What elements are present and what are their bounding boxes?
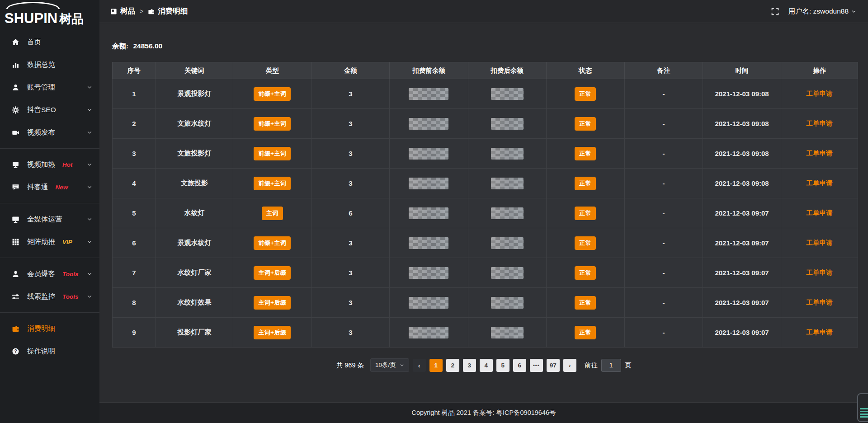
type-badge: 主词+后缀 [254, 296, 291, 310]
cell-index: 2 [113, 109, 156, 139]
sidebar-divider [0, 312, 99, 313]
cell-amount: 3 [311, 79, 390, 109]
work-order-link[interactable]: 工单申请 [807, 239, 833, 246]
cell-balance-before [390, 258, 468, 288]
cell-balance-before [390, 139, 468, 169]
sidebar-item-badge: Hot [62, 161, 73, 168]
cell-amount: 6 [311, 198, 390, 228]
floating-widget[interactable] [857, 393, 868, 422]
cell-keyword: 文旅水纹灯 [156, 109, 233, 139]
page-button-1[interactable]: 1 [429, 359, 443, 372]
work-order-link[interactable]: 工单申请 [807, 299, 833, 306]
pagination-next-button[interactable]: › [563, 359, 576, 372]
blurred-balance-before [409, 237, 448, 249]
sidebar-item-home[interactable]: 首页 [0, 31, 99, 53]
blurred-balance-after [491, 88, 524, 100]
work-order-link[interactable]: 工单申请 [807, 120, 833, 127]
cell-remark: - [624, 258, 703, 288]
user-icon [12, 83, 21, 91]
cell-action: 工单申请 [781, 169, 858, 198]
blurred-balance-after [491, 207, 524, 219]
cell-remark: - [624, 228, 703, 258]
balance-label: 余额: [112, 42, 128, 50]
question-icon: ? [12, 347, 21, 355]
sidebar-item-label: 首页 [27, 38, 41, 47]
page-button-97[interactable]: 97 [547, 359, 560, 372]
sidebar-item-sliders[interactable]: 线索监控Tools [0, 285, 99, 308]
work-order-link[interactable]: 工单申请 [807, 209, 833, 216]
sidebar-item-heat-monitor[interactable]: 视频加热Hot [0, 153, 99, 176]
logo-text-en: SHUPIN [5, 11, 57, 25]
fullscreen-icon[interactable] [771, 8, 779, 15]
cell-type: 主词 [233, 198, 311, 228]
sidebar-item-chat[interactable]: 抖客通New [0, 176, 99, 198]
cell-index: 4 [113, 169, 156, 198]
wallet-icon [12, 324, 21, 333]
type-badge: 前缀+主词 [254, 147, 291, 160]
topbar-right: 用户名: zswodun88 [771, 7, 856, 16]
cell-index: 6 [113, 228, 156, 258]
cell-time: 2021-12-03 09:08 [703, 169, 781, 198]
cell-amount: 3 [311, 139, 390, 169]
cell-action: 工单申请 [781, 79, 858, 109]
work-order-link[interactable]: 工单申请 [807, 329, 833, 336]
cell-remark: - [624, 79, 703, 109]
brand-logo[interactable]: SHUPIN 树品 [0, 0, 99, 29]
breadcrumb-root[interactable]: 树品 [110, 6, 135, 16]
sidebar-item-monitor[interactable]: 全媒体运营 [0, 208, 99, 230]
sidebar-item-bar-chart[interactable]: 数据总览 [0, 53, 99, 76]
sidebar-item-label: 视频加热 [27, 160, 55, 169]
blurred-balance-before [409, 118, 448, 130]
sidebar-item-label: 消费明细 [27, 324, 55, 334]
page-button-3[interactable]: 3 [463, 359, 476, 372]
work-order-link[interactable]: 工单申请 [807, 179, 833, 187]
table-row: 1景观投影灯前缀+主词3正常-2021-12-03 09:08工单申请 [113, 79, 858, 109]
sidebar-item-label: 数据总览 [27, 60, 55, 70]
sidebar-divider [0, 203, 99, 203]
blurred-balance-after [491, 178, 524, 189]
sidebar-item-grid[interactable]: 矩阵助推VIP [0, 230, 99, 253]
status-badge: 正常 [575, 296, 596, 310]
work-order-link[interactable]: 工单申请 [807, 90, 833, 97]
user-menu[interactable]: 用户名: zswodun88 [788, 7, 856, 16]
page-button-2[interactable]: 2 [446, 359, 459, 372]
chevron-down-icon [87, 216, 92, 222]
cell-status: 正常 [546, 258, 624, 288]
goto-page-input[interactable] [601, 359, 621, 372]
cell-type: 主词+后缀 [233, 288, 311, 318]
goto-label: 前往 [585, 361, 598, 370]
pagination-prev-button[interactable]: ‹ [413, 359, 426, 372]
sidebar-item-question[interactable]: ?操作说明 [0, 340, 99, 362]
sidebar-item-member[interactable]: 会员爆客Tools [0, 263, 99, 285]
cell-keyword: 水纹灯 [156, 198, 233, 228]
chevron-down-icon [87, 184, 92, 190]
work-order-link[interactable]: 工单申请 [807, 269, 833, 276]
work-order-link[interactable]: 工单申请 [807, 150, 833, 157]
cell-amount: 3 [311, 288, 390, 318]
sidebar-item-gear[interactable]: 抖音SEO [0, 99, 99, 121]
page-button-4[interactable]: 4 [480, 359, 493, 372]
sidebar-item-user[interactable]: 账号管理 [0, 76, 99, 99]
sidebar-item-video-publish[interactable]: 视频发布 [0, 121, 99, 144]
table-row: 2文旅水纹灯前缀+主词3正常-2021-12-03 09:08工单申请 [113, 109, 858, 139]
sidebar-item-label: 抖客通 [27, 183, 48, 192]
cell-remark: - [624, 169, 703, 198]
dashboard-icon [110, 8, 117, 15]
cell-status: 正常 [546, 198, 624, 228]
sidebar-item-wallet[interactable]: 消费明细 [0, 317, 99, 340]
cell-amount: 3 [311, 258, 390, 288]
cell-status: 正常 [546, 139, 624, 169]
type-badge: 主词 [262, 207, 283, 220]
page-buttons: 123456•••97 [429, 359, 560, 372]
cell-remark: - [624, 109, 703, 139]
column-header: 关键词 [156, 62, 233, 79]
page-button-5[interactable]: 5 [496, 359, 509, 372]
blurred-balance-before [409, 88, 448, 100]
cell-time: 2021-12-03 09:07 [703, 228, 781, 258]
pagination-ellipsis[interactable]: ••• [530, 359, 543, 372]
page-button-6[interactable]: 6 [513, 359, 526, 372]
page-size-select[interactable]: 10条/页 [370, 358, 409, 372]
monitor-icon [12, 215, 21, 223]
widget-stripes-decoration [860, 408, 868, 419]
column-header: 序号 [113, 62, 156, 79]
